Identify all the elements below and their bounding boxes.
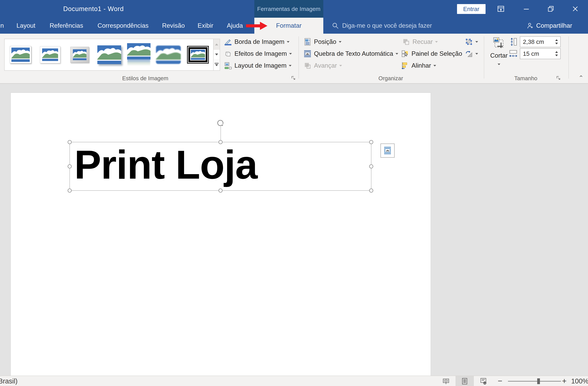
landscape-thumbnail (127, 43, 150, 60)
contextual-tab-header: Ferramentas de Imagem (254, 0, 323, 18)
sign-in-button[interactable]: Entrar (457, 4, 485, 14)
dropdown-caret (339, 65, 342, 68)
document-page[interactable]: Print Loja (11, 93, 431, 376)
picture-style-metal-gray[interactable] (65, 41, 94, 69)
layout-options-button[interactable] (380, 144, 395, 158)
align-icon (401, 62, 409, 70)
landscape-thumbnail (10, 46, 31, 64)
web-layout-icon (479, 377, 487, 385)
read-mode-icon (441, 378, 450, 385)
send-backward-button: Recuar (402, 36, 438, 47)
picture-effects-icon (224, 50, 232, 58)
gallery-scroll-up-button[interactable] (213, 39, 220, 50)
selection-pane-button[interactable]: Painel de Seleção (401, 48, 462, 59)
resize-handle-ne[interactable] (369, 140, 373, 144)
bring-forward-icon (303, 62, 312, 70)
close-icon (571, 5, 579, 13)
scroll-down-icon (215, 54, 218, 57)
rotation-handle[interactable] (216, 118, 225, 127)
resize-handle-nw[interactable] (68, 140, 72, 144)
position-button[interactable]: Posição (303, 36, 341, 47)
picture-layout-label: Layout de Imagem (234, 62, 286, 69)
minimize-icon (523, 5, 530, 13)
tell-me-placeholder: Diga-me o que você deseja fazer (342, 22, 432, 29)
picture-layout-button[interactable]: Layout de Imagem (224, 60, 292, 71)
print-layout-button[interactable] (456, 376, 474, 386)
share-button[interactable]: Compartilhar (527, 18, 572, 34)
resize-handle-s[interactable] (218, 189, 223, 193)
picture-styles-dialog-launcher-icon[interactable] (291, 75, 296, 81)
width-spinner[interactable] (553, 49, 560, 59)
spin-down-icon (555, 55, 558, 58)
shape-width-value: 15 cm (520, 50, 553, 57)
dropdown-caret (498, 64, 500, 66)
rotate-objects-button[interactable] (465, 48, 478, 59)
resize-handle-w[interactable] (68, 164, 72, 169)
zoom-in-button[interactable]: + (562, 376, 567, 386)
dropdown-caret (289, 53, 292, 56)
tab-revisao[interactable]: Revisão (162, 18, 185, 34)
size-dialog-launcher-icon[interactable] (556, 75, 561, 81)
send-backward-label: Recuar (413, 38, 433, 45)
search-icon (332, 22, 339, 29)
scroll-up-icon (215, 42, 218, 45)
group-objects-button[interactable] (465, 36, 478, 47)
picture-style-drop-shadow[interactable] (95, 41, 124, 69)
picture-border-icon (224, 38, 232, 46)
dropdown-caret (396, 53, 398, 56)
crop-icon (492, 36, 505, 50)
ribbon-display-options-button[interactable] (492, 0, 509, 18)
picture-style-bevel-white[interactable] (36, 41, 64, 69)
image-text: Print Loja (74, 137, 257, 192)
word-window: Documento1 - Word Ferramentas de Imagem … (0, 0, 588, 386)
dropdown-caret (339, 41, 341, 44)
tell-me-search[interactable]: Diga-me o que você deseja fazer (332, 18, 432, 34)
tab-exibir[interactable]: Exibir (198, 18, 213, 34)
resize-handle-n[interactable] (218, 140, 223, 144)
gallery-more-button[interactable] (213, 60, 220, 70)
dropdown-caret (289, 65, 292, 68)
picture-effects-label: Efeitos de Imagem (234, 50, 287, 57)
ribbon-display-options-icon (497, 5, 505, 13)
dropdown-caret (475, 53, 478, 56)
layout-options-icon (382, 145, 393, 156)
shape-height-field[interactable]: 2,38 cm (520, 36, 561, 47)
crop-button[interactable]: Cortar (488, 35, 510, 74)
zoom-percentage[interactable]: 100% (571, 376, 588, 386)
web-layout-button[interactable] (474, 376, 492, 386)
zoom-slider-thumb[interactable] (537, 378, 540, 384)
tab-correspondencias[interactable]: Correspondências (98, 18, 148, 34)
picture-style-soft-edge[interactable] (154, 41, 183, 69)
picture-styles-group-label: Estilos de Imagem (111, 75, 179, 82)
restore-button[interactable] (542, 0, 559, 18)
resize-handle-se[interactable] (369, 189, 373, 193)
tab-referencias[interactable]: Referências (50, 18, 83, 34)
close-button[interactable] (567, 0, 584, 18)
resize-handle-e[interactable] (369, 164, 373, 169)
picture-style-reflection[interactable] (125, 41, 153, 69)
selected-image[interactable]: Print Loja (69, 142, 371, 191)
height-spinner[interactable] (553, 37, 560, 47)
tab-layout[interactable]: Layout (17, 18, 35, 34)
zoom-slider-track[interactable] (508, 381, 561, 382)
picture-style-simple-white[interactable] (6, 41, 35, 69)
align-button[interactable]: Alinhar (401, 60, 436, 71)
collapse-ribbon-icon[interactable]: ⌃ (576, 74, 586, 81)
minimize-button[interactable] (518, 0, 535, 18)
picture-effects-button[interactable]: Efeitos de Imagem (224, 48, 292, 59)
tab-ajuda[interactable]: Ajuda (227, 18, 243, 34)
gallery-scroll-down-button[interactable] (213, 50, 220, 60)
picture-style-double-black[interactable] (184, 41, 212, 69)
zoom-out-button[interactable]: − (498, 376, 502, 386)
shape-width-field[interactable]: 15 cm (520, 48, 561, 59)
document-area: Print Loja (0, 84, 588, 376)
language-status[interactable]: Brasil) (0, 376, 18, 386)
resize-handle-sw[interactable] (68, 189, 72, 193)
tab-partial-left[interactable]: n (0, 18, 4, 34)
picture-border-button[interactable]: Borda de Imagem (224, 36, 290, 47)
gallery-scrollbar (213, 39, 220, 71)
read-mode-button[interactable] (437, 376, 455, 386)
position-label: Posição (314, 38, 336, 45)
wrap-text-button[interactable]: Quebra de Texto Automática (303, 48, 398, 59)
arrange-group-label: Organizar (357, 75, 425, 82)
